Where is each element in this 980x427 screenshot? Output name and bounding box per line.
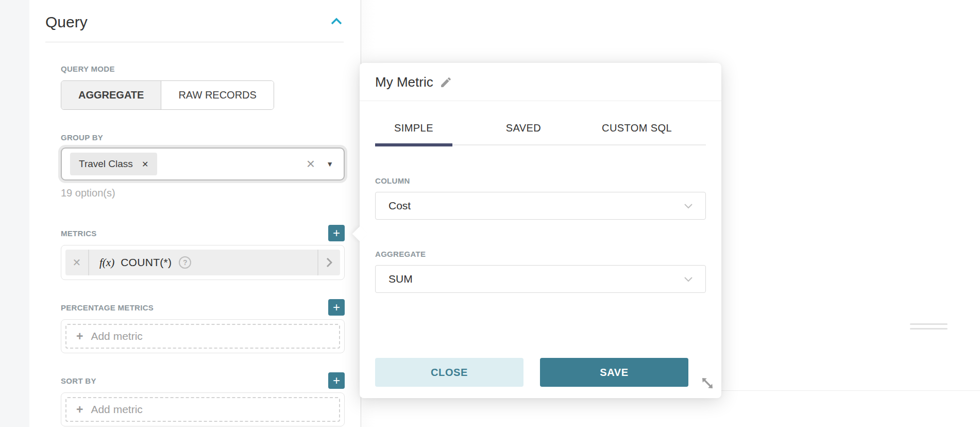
- chart-builder-screen: Query QUERY MODE AGGREGATE RAW RECORDS G…: [0, 0, 980, 427]
- clear-select-icon[interactable]: ×: [307, 157, 315, 171]
- add-sort-by-plus-button[interactable]: +: [328, 372, 345, 389]
- tab-saved[interactable]: SAVED: [485, 120, 562, 136]
- active-tab-indicator: [375, 143, 452, 146]
- percentage-metrics-control: + Add metric: [61, 319, 345, 353]
- chevron-down-icon: [684, 203, 693, 209]
- sort-by-control: + Add metric: [61, 392, 345, 426]
- aggregate-label: AGGREGATE: [375, 250, 706, 258]
- group-by-tag-label: Travel Class: [79, 158, 133, 170]
- plus-icon: +: [76, 403, 83, 417]
- help-icon[interactable]: ?: [179, 256, 191, 269]
- sort-by-label: SORT BY: [61, 376, 96, 385]
- aggregate-select[interactable]: SUM: [375, 265, 706, 293]
- add-percentage-metric-dropzone[interactable]: + Add metric: [65, 324, 340, 349]
- query-header-divider: [45, 42, 344, 42]
- metric-popover: My Metric SIMPLE SAVED CUSTOM SQL COLUMN…: [360, 63, 721, 398]
- close-button[interactable]: CLOSE: [375, 358, 523, 387]
- fx-icon: f(x): [99, 256, 114, 269]
- remove-tag-icon[interactable]: ✕: [142, 159, 148, 169]
- dropdown-caret-icon[interactable]: ▼: [326, 160, 333, 168]
- plus-icon: +: [76, 330, 83, 343]
- metrics-label: METRICS: [61, 229, 97, 238]
- query-section-title: Query: [45, 13, 88, 31]
- metric-popover-title: My Metric: [375, 74, 433, 90]
- chevron-up-icon[interactable]: [331, 18, 342, 27]
- column-label: COLUMN: [375, 176, 706, 185]
- add-metric-placeholder: Add metric: [91, 403, 142, 416]
- tab-underline-track: [375, 144, 706, 145]
- add-metric-placeholder: Add metric: [91, 330, 142, 342]
- group-by-tag: Travel Class ✕: [70, 153, 157, 175]
- metric-item[interactable]: ✕ f(x) COUNT(*) ?: [65, 250, 340, 275]
- percentage-metrics-label: PERCENTAGE METRICS: [61, 303, 154, 312]
- remove-metric-icon[interactable]: ✕: [65, 250, 89, 275]
- query-mode-label: QUERY MODE: [61, 64, 345, 73]
- query-section-header: Query: [45, 13, 342, 31]
- query-panel: Query QUERY MODE AGGREGATE RAW RECORDS G…: [29, 0, 361, 427]
- aggregate-select-value: SUM: [388, 273, 413, 285]
- metrics-control: ✕ f(x) COUNT(*) ?: [61, 245, 345, 280]
- group-by-select[interactable]: Travel Class ✕ × ▼: [61, 147, 345, 180]
- left-gutter: [0, 0, 29, 427]
- column-select-value: Cost: [388, 200, 411, 212]
- add-sort-by-dropzone[interactable]: + Add metric: [65, 397, 340, 422]
- group-by-label: GROUP BY: [61, 133, 345, 142]
- add-metric-plus-button[interactable]: +: [328, 225, 345, 241]
- metric-popover-tabs: SIMPLE SAVED CUSTOM SQL: [360, 120, 721, 136]
- metric-expression: COUNT(*): [121, 256, 172, 269]
- aggregate-mode-button[interactable]: AGGREGATE: [61, 81, 161, 109]
- column-select[interactable]: Cost: [375, 192, 706, 220]
- group-by-options-count: 19 option(s): [61, 187, 345, 199]
- tab-custom-sql[interactable]: CUSTOM SQL: [579, 120, 695, 136]
- tab-simple[interactable]: SIMPLE: [375, 120, 452, 136]
- chevron-right-icon[interactable]: [317, 250, 340, 275]
- chevron-down-icon: [684, 276, 693, 282]
- query-mode-toggle: AGGREGATE RAW RECORDS: [61, 80, 274, 110]
- edit-pencil-icon[interactable]: [440, 76, 452, 89]
- expand-resize-icon[interactable]: [700, 375, 715, 391]
- add-percentage-metric-plus-button[interactable]: +: [328, 299, 345, 316]
- save-button[interactable]: SAVE: [540, 358, 688, 387]
- panel-resize-handle[interactable]: [910, 323, 948, 330]
- raw-records-mode-button[interactable]: RAW RECORDS: [161, 81, 273, 109]
